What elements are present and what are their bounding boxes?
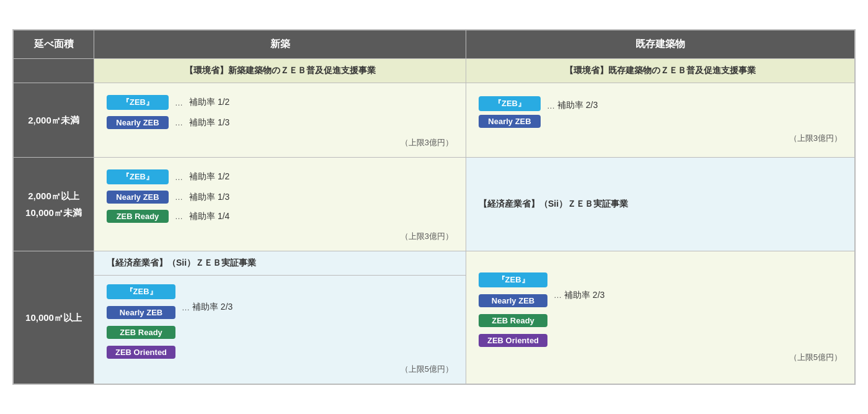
subsidy-side-eco: … 補助率 2/3 (182, 284, 232, 313)
badge-ready-2: ZEB Ready (107, 210, 169, 223)
limit-1: （上限3億円） (107, 137, 453, 148)
new-cell-under-2000: 『ZEB』 … 補助率 1/2 Nearly ZEB … 補助率 1/3 （上限… (94, 83, 466, 158)
subsidy-group-eco: 『ZEB』 Nearly ZEB ZEB Ready ZEB Oriented … (107, 284, 453, 359)
subsidy-nearly-2: 補助率 1/3 (189, 192, 229, 203)
existing-cell-under-2000: 『ZEB』 Nearly ZEB … 補助率 2/3 （上限3億円） (466, 83, 855, 158)
badge-zeb-eco: 『ZEB』 (107, 284, 175, 299)
badge-nearly-2: Nearly ZEB (107, 191, 169, 204)
subsidy-zeb-1: 補助率 1/2 (189, 97, 229, 108)
new-header: 新築 (94, 30, 466, 59)
header-row: 延べ面積 新築 既存建築物 (14, 30, 855, 59)
dots: … (175, 192, 183, 202)
badges-col-eco: 『ZEB』 Nearly ZEB ZEB Ready ZEB Oriented (107, 284, 175, 359)
limit-2: （上限3億円） (107, 231, 453, 242)
badges-col-existing-1: 『ZEB』 Nearly ZEB (479, 96, 541, 128)
badge-nearly-1: Nearly ZEB (107, 116, 169, 129)
existing-header: 既存建築物 (466, 30, 855, 59)
subsidy-ready-2: 補助率 1/4 (189, 211, 229, 222)
subsidy-side-ex-1: … 補助率 2/3 (547, 96, 598, 111)
sub-header-row: 【環境省】新築建築物のＺＥＢ普及促進支援事業 【環境省】既存建築物のＺＥＢ普及促… (14, 59, 855, 83)
subsidy-row-zeb: 『ZEB』 … 補助率 1/2 (107, 95, 453, 110)
limit-eco: （上限5億円） (107, 364, 453, 375)
eco-ministry-header-1: 【経済産業省】（Sii）ＺＥＢ実証事業 (466, 190, 854, 218)
subsidy-text-ex-3: 補助率 2/3 (564, 290, 604, 301)
limit-ex-1: （上限3億円） (479, 133, 842, 144)
subsidy-text-eco: 補助率 2/3 (192, 302, 232, 313)
dots: … (175, 98, 183, 107)
subsidy-row-nearly-2: Nearly ZEB … 補助率 1/3 (107, 191, 453, 204)
badge-nearly-eco: Nearly ZEB (107, 306, 175, 319)
existing-cell-2000-10000: 【経済産業省】（Sii）ＺＥＢ実証事業 (466, 158, 855, 251)
row-label-under-2000: 2,000㎡未満 (14, 83, 94, 158)
subsidy-row-nearly: Nearly ZEB … 補助率 1/3 (107, 116, 453, 129)
badge-ready-ex-3: ZEB Ready (479, 314, 547, 327)
row-under-2000: 2,000㎡未満 『ZEB』 … 補助率 1/2 Nearly ZEB … 補助… (14, 83, 855, 158)
sub-label-empty (14, 59, 94, 83)
subsidy-text-ex-1: 補助率 2/3 (557, 100, 598, 111)
dots: … (175, 118, 183, 127)
eco-ministry-header-2: 【経済産業省】（Sii）ＺＥＢ実証事業 (94, 251, 466, 276)
row-2000-10000: 2,000㎡以上10,000㎡未満 『ZEB』 … 補助率 1/2 Nearly… (14, 158, 855, 251)
row-over-10000: 10,000㎡以上 【経済産業省】（Sii）ＺＥＢ実証事業 『ZEB』 Near… (14, 251, 855, 384)
new-cell-over-10000: 【経済産業省】（Sii）ＺＥＢ実証事業 『ZEB』 Nearly ZEB ZEB… (94, 251, 466, 384)
existing-cell-over-10000: 『ZEB』 Nearly ZEB ZEB Ready ZEB Oriented … (466, 251, 855, 384)
dots: … (175, 173, 183, 182)
dots: … (554, 290, 562, 300)
limit-ex-3: （上限5億円） (479, 352, 842, 363)
subsidy-nearly-1: 補助率 1/3 (189, 117, 229, 128)
main-table: 延べ面積 新築 既存建築物 【環境省】新築建築物のＺＥＢ普及促進支援事業 【環境… (12, 29, 856, 385)
badge-zeb-ex-3: 『ZEB』 (479, 272, 547, 287)
badge-oriented-ex-3: ZEB Oriented (479, 334, 547, 347)
badge-group: 『ZEB』 … 補助率 1/2 Nearly ZEB … 補助率 1/3 （上限… (107, 92, 453, 148)
badge-group-eco: 『ZEB』 Nearly ZEB ZEB Ready ZEB Oriented … (94, 276, 466, 384)
badge-ready-eco: ZEB Ready (107, 326, 175, 339)
sub-header-new: 【環境省】新築建築物のＺＥＢ普及促進支援事業 (94, 59, 466, 83)
badge-group-2: 『ZEB』 … 補助率 1/2 Nearly ZEB … 補助率 1/3 ZEB… (107, 166, 453, 242)
subsidy-zeb-2: 補助率 1/2 (189, 171, 229, 182)
badge-oriented-eco: ZEB Oriented (107, 346, 175, 359)
subsidy-group-ex-3: 『ZEB』 Nearly ZEB ZEB Ready ZEB Oriented … (479, 272, 842, 347)
label-header: 延べ面積 (14, 30, 94, 59)
subsidy-group-existing-1: 『ZEB』 Nearly ZEB … 補助率 2/3 (479, 96, 842, 128)
badges-col-ex-3: 『ZEB』 Nearly ZEB ZEB Ready ZEB Oriented (479, 272, 547, 347)
badge-nearly-ex-3: Nearly ZEB (479, 294, 547, 307)
dots: … (547, 101, 555, 110)
subsidy-row-ready-2: ZEB Ready … 補助率 1/4 (107, 210, 453, 223)
dots: … (182, 303, 190, 312)
badge-zeb-2: 『ZEB』 (107, 169, 169, 184)
row-label-over-10000: 10,000㎡以上 (14, 251, 94, 384)
badge-nearly-ex-1: Nearly ZEB (479, 115, 541, 128)
dots: … (175, 212, 183, 221)
new-cell-2000-10000: 『ZEB』 … 補助率 1/2 Nearly ZEB … 補助率 1/3 ZEB… (94, 158, 466, 251)
badge-zeb-1: 『ZEB』 (107, 95, 169, 110)
subsidy-side-ex-3: … 補助率 2/3 (554, 272, 604, 301)
sub-header-existing: 【環境省】既存建築物のＺＥＢ普及促進支援事業 (466, 59, 855, 83)
badge-zeb-ex-1: 『ZEB』 (479, 96, 541, 111)
row-label-2000-10000: 2,000㎡以上10,000㎡未満 (14, 158, 94, 251)
subsidy-row-zeb-2: 『ZEB』 … 補助率 1/2 (107, 169, 453, 184)
